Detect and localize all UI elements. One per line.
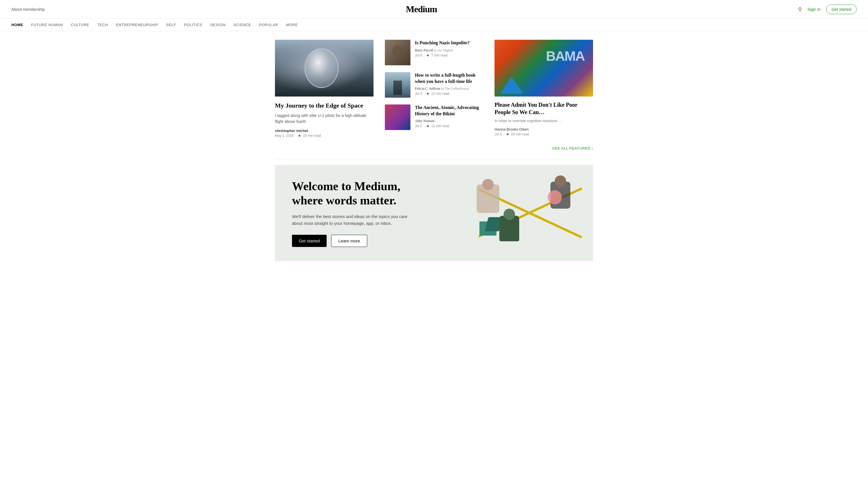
article-image-0 — [385, 40, 411, 65]
author-name-0[interactable]: Barry Purcell — [415, 48, 433, 52]
site-logo[interactable]: Medium — [406, 4, 437, 14]
see-all-featured-link[interactable]: SEE ALL FEATURED › — [552, 146, 593, 150]
search-icon[interactable]: ⚲ — [798, 6, 802, 12]
right-image-inner: BAMA — [495, 40, 593, 96]
article-title-0[interactable]: Is Punching Nazis Impolite? — [415, 40, 469, 46]
article-thumb-0 — [385, 40, 411, 65]
hero-image-inner — [275, 40, 373, 96]
hero-date: May 1, 2016 — [275, 134, 294, 138]
hero-read-time: 10 min read — [303, 134, 321, 138]
nav-item-future-human[interactable]: FUTURE HUMAN — [31, 23, 63, 27]
article-read-time-1: 12 min read — [431, 92, 449, 96]
article-image-2 — [385, 104, 411, 130]
welcome-buttons: Get started Learn more — [292, 235, 434, 247]
welcome-title: Welcome to Medium, where words matter. — [292, 179, 434, 208]
hero-author[interactable]: christopher michel — [275, 128, 373, 133]
article-date-1: Jul 3 — [415, 92, 422, 96]
nav-item-self[interactable]: SELF — [166, 23, 176, 27]
star-icon-0: ★ — [426, 53, 430, 57]
nav-item-tech[interactable]: TECH — [97, 23, 108, 27]
sign-in-link[interactable]: Sign in — [807, 7, 820, 12]
article-meta-0: Jul 6 · ★ 7 min read — [415, 53, 469, 57]
article-list: Is Punching Nazis Impolite? Barry Purcel… — [385, 40, 483, 138]
welcome-description: We'll deliver the best stories and ideas… — [292, 213, 411, 227]
article-meta-2: Jul 5 · ★ 11 min read — [415, 124, 483, 128]
right-article-meta-line: Jul 5 · ★ 10 min read — [495, 132, 593, 136]
star-icon-2: ★ — [426, 124, 430, 128]
article-title-1[interactable]: How to write a full-length book when you… — [415, 72, 483, 84]
tent-shape — [500, 77, 523, 94]
right-article-date: Jul 5 — [495, 132, 502, 136]
right-featured-image: BAMA — [495, 40, 593, 96]
author-in-1: in The Coffeelicious — [441, 86, 469, 91]
nav-item-entrepreneurship[interactable]: ENTREPRENEURSHIP — [116, 23, 158, 27]
nav-item-science[interactable]: SCIENCE — [234, 23, 251, 27]
right-article-meta: Hanna Brooks Olsen Jul 5 · ★ 10 min read — [495, 127, 593, 136]
hero-article[interactable]: My Journey to the Edge of Space I tagged… — [275, 40, 373, 138]
nav-item-more[interactable]: MORE — [286, 23, 298, 27]
section-divider — [275, 159, 593, 159]
cube-shape — [479, 221, 496, 235]
hero-image — [275, 40, 373, 96]
right-featured-article[interactable]: BAMA Please Admit You Don't Like Poor Pe… — [495, 40, 593, 138]
article-info-2: The Ancient, Atomic, Advocating History … — [415, 104, 483, 128]
header: About membership Medium ⚲ Sign in Get st… — [0, 0, 868, 19]
right-star-icon: ★ — [506, 132, 509, 136]
hero-dot: · — [296, 134, 296, 138]
right-article-subtitle: In order to override cognitive reactions… — [495, 118, 593, 124]
star-icon: ★ — [298, 134, 301, 138]
article-read-time-2: 11 min read — [431, 124, 449, 128]
thinker-figure — [499, 216, 519, 241]
article-info-0: Is Punching Nazis Impolite? Barry Purcel… — [415, 40, 469, 57]
article-item[interactable]: Is Punching Nazis Impolite? Barry Purcel… — [385, 40, 483, 65]
see-all-row: SEE ALL FEATURED › — [275, 143, 593, 156]
article-info-1: How to write a full-length book when you… — [415, 72, 483, 96]
main-nav: HOME FUTURE HUMAN CULTURE TECH ENTREPREN… — [0, 19, 868, 31]
nav-item-popular[interactable]: POPULAR — [259, 23, 278, 27]
header-actions: ⚲ Sign in Get started — [798, 4, 857, 14]
article-date-0: Jul 6 — [415, 53, 422, 57]
article-meta-1: Jul 3 · ★ 12 min read — [415, 92, 483, 96]
main-content: My Journey to the Edge of Space I tagged… — [264, 31, 604, 261]
astronaut-shape — [304, 48, 339, 88]
article-author-1: Felicia C. Sullivan in The Coffeelicious — [415, 86, 483, 91]
nav-item-design[interactable]: DESIGN — [210, 23, 226, 27]
author-name-2[interactable]: Abby Norman — [415, 119, 435, 123]
article-image-1 — [385, 72, 411, 98]
welcome-banner: Welcome to Medium, where words matter. W… — [275, 165, 593, 261]
nav-item-politics[interactable]: POLITICS — [184, 23, 202, 27]
about-membership-link[interactable]: About membership — [11, 7, 45, 12]
article-author-0: Barry Purcell in Arc Digital — [415, 48, 469, 53]
woman-figure — [477, 185, 499, 213]
article-thumb-2 — [385, 104, 411, 130]
get-started-header-button[interactable]: Get started — [826, 4, 857, 14]
hero-meta-line: May 1, 2016 · ★ 10 min read — [275, 134, 373, 138]
hero-title[interactable]: My Journey to the Edge of Space — [275, 102, 373, 110]
nav-item-home[interactable]: HOME — [11, 23, 23, 27]
right-article-read-time: 10 min read — [511, 132, 529, 136]
hero-subtitle: I tagged along with elite U-2 pilots for… — [275, 113, 373, 125]
right-article-title[interactable]: Please Admit You Don't Like Poor People … — [495, 101, 593, 116]
article-item[interactable]: How to write a full-length book when you… — [385, 72, 483, 98]
author-name-1[interactable]: Felicia C. Sullivan — [415, 86, 441, 91]
right-article-author[interactable]: Hanna Brooks Olsen — [495, 127, 593, 132]
hero-meta: christopher michel May 1, 2016 · ★ 10 mi… — [275, 128, 373, 138]
article-title-2[interactable]: The Ancient, Atomic, Advocating History … — [415, 104, 483, 117]
get-started-welcome-button[interactable]: Get started — [292, 235, 327, 247]
article-thumb-1 — [385, 72, 411, 98]
learn-more-button[interactable]: Learn more — [331, 235, 367, 247]
nav-item-culture[interactable]: CULTURE — [71, 23, 89, 27]
welcome-illustration — [477, 182, 576, 244]
author-in-0: in Arc Digital — [434, 48, 453, 52]
featured-grid: My Journey to the Edge of Space I tagged… — [275, 31, 593, 143]
article-date-2: Jul 5 — [415, 124, 422, 128]
article-read-time-0: 7 min read — [431, 53, 447, 57]
graffiti-text: BAMA — [546, 48, 585, 64]
article-author-2: Abby Norman — [415, 119, 483, 123]
star-icon-1: ★ — [426, 92, 430, 96]
article-item[interactable]: The Ancient, Atomic, Advocating History … — [385, 104, 483, 130]
welcome-left: Welcome to Medium, where words matter. W… — [292, 179, 434, 247]
